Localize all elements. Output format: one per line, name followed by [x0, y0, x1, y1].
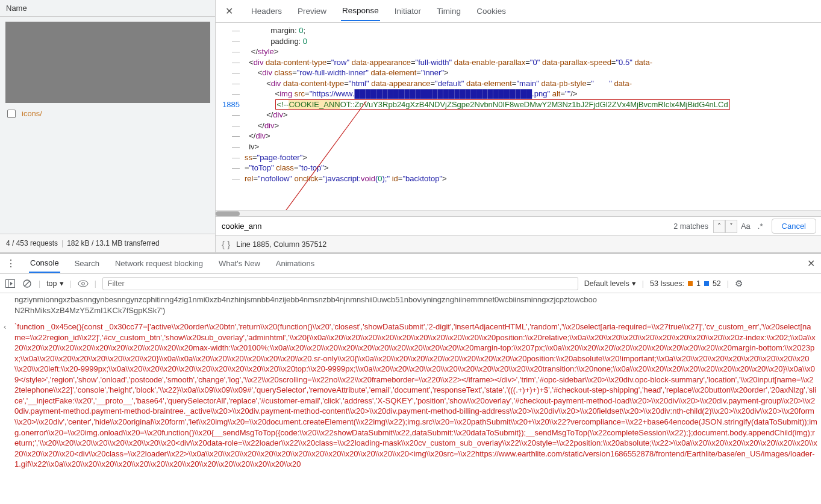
response-search-bar: 2 matches ˄ ˅ Aa .* Cancel: [216, 216, 821, 235]
tab-whats-new[interactable]: What's New: [217, 255, 261, 272]
live-expression-icon[interactable]: [78, 278, 89, 289]
column-header-name[interactable]: Name: [0, 0, 215, 17]
tab-response[interactable]: Response: [341, 1, 380, 21]
next-match-button[interactable]: ˅: [725, 220, 737, 233]
regex-toggle[interactable]: .*: [754, 219, 767, 233]
tab-network-blocking[interactable]: Network request blocking: [114, 255, 204, 272]
search-input[interactable]: [216, 218, 669, 234]
close-icon[interactable]: ✕: [222, 4, 237, 18]
issues-counter[interactable]: 53 Issues: 1 52: [650, 279, 721, 288]
sidebar-toggle-icon[interactable]: [5, 278, 16, 289]
tab-preview[interactable]: Preview: [296, 2, 328, 20]
warning-badge-icon: [688, 281, 693, 286]
request-row[interactable]: icons/: [4, 104, 211, 123]
drawer-close-icon[interactable]: ✕: [807, 258, 815, 269]
tab-headers[interactable]: Headers: [250, 2, 283, 20]
tab-cookies[interactable]: Cookies: [475, 2, 507, 20]
console-output[interactable]: ngziynmionngxzbasnngynbesnngynzcphitinng…: [0, 293, 821, 504]
svg-point-7: [78, 281, 88, 287]
svg-marker-4: [10, 282, 13, 285]
drawer-tabs: ⋮ Console Search Network request blockin…: [0, 254, 821, 274]
prev-match-button[interactable]: ˄: [713, 220, 725, 233]
chevron-down-icon: ▾: [632, 279, 636, 288]
tab-console[interactable]: Console: [29, 254, 60, 273]
scroll-thumb[interactable]: [216, 211, 240, 216]
expand-icon[interactable]: ‹: [4, 322, 14, 470]
match-count: 2 matches: [669, 222, 713, 231]
console-message: N2RhMiksXzB4MzY5ZmI1KCk7fSgpKSk7'): [14, 305, 817, 316]
detail-tabs: ✕ Headers Preview Response Initiator Tim…: [216, 0, 821, 23]
horizontal-scrollbar[interactable]: [216, 210, 821, 216]
request-thumbnail[interactable]: [5, 22, 210, 103]
chevron-down-icon: ▾: [60, 279, 64, 288]
cancel-button[interactable]: Cancel: [772, 219, 816, 234]
checkbox[interactable]: [7, 110, 16, 118]
context-selector[interactable]: top ▾: [46, 279, 63, 288]
cursor-position: Line 1885, Column 357512: [236, 240, 326, 249]
pretty-print-icon[interactable]: { }: [222, 239, 230, 249]
request-name: icons/: [22, 109, 42, 118]
statusbar: { } Line 1885, Column 357512: [216, 235, 821, 252]
requests-count: 4 / 453 requests: [6, 239, 58, 247]
network-footer: 4 / 453 requests | 182 kB / 13.1 MB tran…: [0, 234, 215, 252]
more-tabs-icon[interactable]: ⋮: [6, 258, 16, 269]
tab-timing[interactable]: Timing: [435, 2, 462, 20]
tab-search[interactable]: Search: [73, 255, 101, 272]
console-toolbar: | top ▾ | | Default levels ▾ | 53 Issues…: [0, 274, 821, 293]
log-levels-selector[interactable]: Default levels ▾: [584, 279, 636, 288]
clear-console-icon[interactable]: [22, 278, 33, 289]
gear-icon[interactable]: ⚙: [735, 278, 743, 289]
transferred-size: 182 kB / 13.1 MB transferred: [67, 239, 159, 247]
response-body[interactable]: — margin: 0;— padding: 0— </style>— <div…: [216, 23, 821, 210]
svg-point-8: [81, 282, 84, 285]
console-message: `function _0x45ce(){const _0x30cc77=['ac…: [14, 322, 817, 470]
network-request-list: Name icons/ 4 / 453 requests | 182 kB / …: [0, 0, 216, 252]
console-message: ngziynmionngxzbasnngynbesnngynzcphitinng…: [14, 294, 817, 305]
svg-line-6: [25, 281, 30, 286]
case-sensitive-toggle[interactable]: Aa: [737, 219, 754, 233]
filter-input[interactable]: [102, 277, 578, 290]
info-badge-icon: [704, 281, 709, 286]
tab-animations[interactable]: Animations: [275, 255, 316, 272]
tab-initiator[interactable]: Initiator: [393, 2, 422, 20]
